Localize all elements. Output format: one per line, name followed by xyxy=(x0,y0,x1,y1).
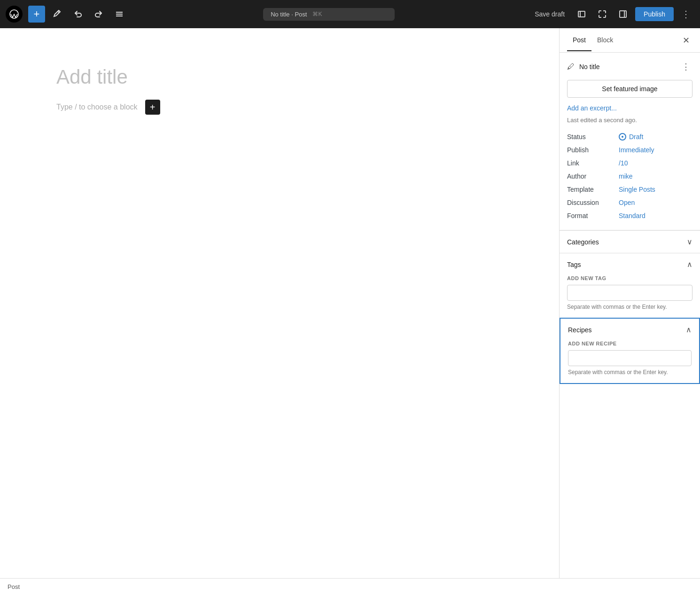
fullscreen-button[interactable] xyxy=(594,6,611,23)
toolbar: + No title · Post ⌘K Save draft xyxy=(0,0,700,28)
recipes-chevron-up-icon: ∧ xyxy=(686,325,692,334)
status-value[interactable]: Draft xyxy=(619,133,643,141)
format-label: Format xyxy=(567,212,619,219)
recipes-section-body: ADD NEW RECIPE Separate with commas or t… xyxy=(560,341,699,383)
publish-row: Publish Immediately xyxy=(567,143,692,157)
tags-section-header[interactable]: Tags ∧ xyxy=(560,253,700,275)
tag-input[interactable] xyxy=(567,285,692,301)
template-label: Template xyxy=(567,186,619,193)
toolbar-center: No title · Post ⌘K xyxy=(132,8,526,21)
main-area: Add title Type / to choose a block + Pos… xyxy=(0,28,700,578)
edit-mode-button[interactable] xyxy=(49,6,66,23)
toolbar-right: Save draft Publish ⋮ xyxy=(530,6,694,23)
link-row: Link /10 xyxy=(567,157,692,170)
undo-button[interactable] xyxy=(70,6,86,23)
status-row: Status Draft xyxy=(567,130,692,143)
sidebar-tabs: Post Block ✕ xyxy=(560,28,700,53)
add-new-tag-label: ADD NEW TAG xyxy=(567,275,692,281)
post-title-bar[interactable]: No title · Post ⌘K xyxy=(263,8,395,21)
post-shortcut: ⌘K xyxy=(312,11,322,17)
last-edited-text: Last edited a second ago. xyxy=(567,117,692,124)
categories-chevron-down-icon: ∨ xyxy=(687,237,692,246)
link-label: Link xyxy=(567,159,619,167)
tag-hint: Separate with commas or the Enter key. xyxy=(567,304,692,310)
redo-button[interactable] xyxy=(90,6,107,23)
add-block-toolbar-button[interactable]: + xyxy=(28,6,45,23)
status-label: Status xyxy=(567,133,619,141)
template-row: Template Single Posts xyxy=(567,183,692,196)
tags-chevron-up-icon: ∧ xyxy=(687,260,692,269)
title-field[interactable]: Add title xyxy=(56,66,503,88)
pen-icon: 🖊 xyxy=(567,63,575,71)
recipes-section-header[interactable]: Recipes ∧ xyxy=(560,319,699,341)
wp-logo[interactable] xyxy=(6,6,23,23)
post-panel-header: 🖊 No title ⋮ xyxy=(567,60,692,73)
recipe-hint: Separate with commas or the Enter key. xyxy=(568,369,692,376)
post-panel-title-row: 🖊 No title xyxy=(567,63,600,71)
categories-title: Categories xyxy=(567,238,599,246)
add-new-recipe-label: ADD NEW RECIPE xyxy=(568,341,692,346)
panel-more-button[interactable]: ⋮ xyxy=(679,60,692,73)
status-bar-text: Post xyxy=(8,583,20,590)
template-value[interactable]: Single Posts xyxy=(619,186,655,193)
publish-button[interactable]: Publish xyxy=(635,7,674,21)
preview-button[interactable] xyxy=(573,6,590,23)
add-block-inline-button[interactable]: + xyxy=(145,100,160,115)
add-excerpt-link[interactable]: Add an excerpt... xyxy=(567,104,692,112)
status-bar: Post xyxy=(0,578,700,595)
post-panel-name: No title xyxy=(579,63,600,70)
tags-title: Tags xyxy=(567,261,581,268)
more-options-button[interactable]: ⋮ xyxy=(677,6,694,23)
tags-section-body: ADD NEW TAG Separate with commas or the … xyxy=(560,275,700,318)
tab-post[interactable]: Post xyxy=(567,30,591,51)
publish-label: Publish xyxy=(567,146,619,154)
recipes-section: Recipes ∧ ADD NEW RECIPE Separate with c… xyxy=(560,318,700,384)
block-hint-text: Type / to choose a block xyxy=(56,103,138,111)
list-view-button[interactable] xyxy=(111,6,128,23)
discussion-row: Discussion Open xyxy=(567,196,692,209)
author-value[interactable]: mike xyxy=(619,172,633,180)
tab-block[interactable]: Block xyxy=(591,30,619,51)
format-row: Format Standard xyxy=(567,209,692,222)
set-featured-image-button[interactable]: Set featured image xyxy=(567,80,692,98)
status-value-text: Draft xyxy=(629,133,643,141)
svg-rect-6 xyxy=(620,11,626,17)
sidebar: Post Block ✕ 🖊 No title ⋮ Set featured i… xyxy=(559,28,700,578)
close-sidebar-button[interactable]: ✕ xyxy=(679,34,692,47)
publish-value[interactable]: Immediately xyxy=(619,146,654,154)
author-row: Author mike xyxy=(567,170,692,183)
discussion-label: Discussion xyxy=(567,199,619,206)
format-value[interactable]: Standard xyxy=(619,212,646,219)
recipes-title: Recipes xyxy=(568,326,592,334)
svg-rect-4 xyxy=(578,11,585,17)
draft-icon xyxy=(619,133,626,141)
categories-section-header[interactable]: Categories ∨ xyxy=(560,230,700,253)
link-value[interactable]: /10 xyxy=(619,159,628,167)
save-draft-button[interactable]: Save draft xyxy=(530,8,569,21)
post-title-text: No title · Post xyxy=(271,11,307,18)
post-panel: 🖊 No title ⋮ Set featured image Add an e… xyxy=(560,53,700,230)
author-label: Author xyxy=(567,172,619,180)
block-placeholder-area: Type / to choose a block + xyxy=(56,100,503,115)
editor[interactable]: Add title Type / to choose a block + xyxy=(0,28,559,578)
discussion-value[interactable]: Open xyxy=(619,199,635,206)
recipe-input[interactable] xyxy=(568,350,692,366)
sidebar-toggle-button[interactable] xyxy=(614,6,631,23)
